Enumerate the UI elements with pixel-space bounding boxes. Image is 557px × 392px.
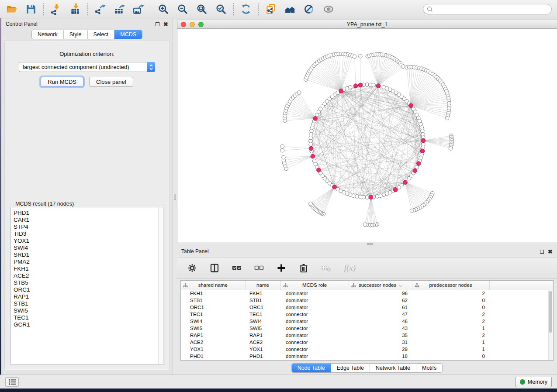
cell-successor-nodes[interactable]: 43: [349, 325, 412, 332]
deselect-all-button[interactable]: [253, 262, 265, 274]
zoom-fit-button[interactable]: [195, 3, 208, 16]
cell-name[interactable]: TEC1: [245, 311, 280, 318]
delete-columns-button[interactable]: [298, 262, 309, 274]
cell-name[interactable]: SWI4: [245, 318, 280, 325]
table-row[interactable]: SWI4SWI4dominator462: [181, 318, 553, 325]
hide-selected-button[interactable]: [303, 3, 316, 16]
table-row[interactable]: STB1STB1dominator620: [181, 297, 553, 304]
cell-successor-nodes[interactable]: 31: [349, 339, 412, 346]
import-network-button[interactable]: [49, 3, 62, 16]
mcds-result-item[interactable]: SWI4: [14, 244, 163, 251]
mcds-result-item[interactable]: PHD1: [14, 210, 163, 217]
cell-mcds-role[interactable]: dominator: [280, 318, 349, 325]
cell-mcds-role[interactable]: dominator: [280, 353, 349, 360]
cell-predecessor-nodes[interactable]: 2: [412, 332, 489, 339]
mcds-result-item[interactable]: SRD1: [14, 251, 163, 258]
cell-name[interactable]: FKH1: [245, 290, 280, 297]
cell-predecessor-nodes[interactable]: 1: [412, 346, 489, 353]
vertical-splitter[interactable]: [173, 18, 177, 375]
table-row[interactable]: YOX1YOX1connector291: [181, 346, 553, 353]
task-history-button[interactable]: [5, 377, 19, 387]
cell-shared-name[interactable]: RAP1: [181, 332, 245, 339]
close-panel-icon[interactable]: ✖: [163, 21, 168, 27]
cell-predecessor-nodes[interactable]: 0: [412, 297, 489, 304]
table-row[interactable]: RAP1RAP1dominator352: [181, 332, 553, 339]
open-file-button[interactable]: [5, 3, 18, 16]
mcds-result-item[interactable]: YOX1: [14, 237, 163, 244]
cell-shared-name[interactable]: SWI4: [181, 318, 245, 325]
import-table-button[interactable]: [69, 3, 82, 16]
optimization-criterion-select[interactable]: largest connected component (undirected): [19, 62, 155, 72]
cell-predecessor-nodes[interactable]: 1: [412, 325, 489, 332]
table-tab-node-table[interactable]: Node Table: [292, 364, 331, 372]
cell-successor-nodes[interactable]: 96: [349, 290, 412, 297]
mcds-result-item[interactable]: RAP1: [14, 293, 163, 300]
cell-shared-name[interactable]: TEC1: [181, 311, 245, 318]
mcds-result-item[interactable]: STB1: [14, 300, 163, 307]
table-tab-motifs[interactable]: Motifs: [416, 364, 442, 372]
memory-button[interactable]: Memory: [515, 377, 552, 387]
column-header-predecessor-nodes[interactable]: predecessor nodes: [412, 281, 489, 290]
cell-mcds-role[interactable]: dominator: [280, 297, 349, 304]
mcds-result-item[interactable]: STB5: [14, 279, 163, 286]
table-row[interactable]: TEC1TEC1connector472: [181, 311, 553, 318]
scrollbar-thumb[interactable]: [549, 291, 552, 333]
cell-predecessor-nodes[interactable]: 1: [412, 339, 489, 346]
cell-successor-nodes[interactable]: 46: [349, 318, 412, 325]
cell-predecessor-nodes[interactable]: 2: [412, 318, 489, 325]
cell-predecessor-nodes[interactable]: 0: [412, 353, 489, 360]
table-row[interactable]: ORC1ORC1dominator610: [181, 304, 553, 311]
cell-name[interactable]: ACE2: [245, 339, 280, 346]
mcds-result-item[interactable]: ACE2: [14, 272, 163, 279]
select-all-button[interactable]: [231, 262, 242, 274]
cell-shared-name[interactable]: ACE2: [181, 339, 245, 346]
tab-network[interactable]: Network: [32, 30, 64, 39]
cell-mcds-role[interactable]: dominator: [280, 304, 349, 311]
zoom-selected-button[interactable]: [214, 3, 228, 16]
column-header-name[interactable]: name: [245, 281, 280, 290]
cell-name[interactable]: SWI5: [245, 325, 280, 332]
float-panel-icon[interactable]: [156, 22, 159, 26]
table-row[interactable]: SWI5SWI5connector431: [181, 325, 553, 332]
cell-shared-name[interactable]: STB1: [181, 297, 245, 304]
cell-successor-nodes[interactable]: 62: [349, 297, 412, 304]
cell-successor-nodes[interactable]: 61: [349, 304, 412, 311]
tab-select[interactable]: Select: [88, 30, 115, 39]
column-header-shared-name[interactable]: shared name: [181, 281, 245, 290]
cell-shared-name[interactable]: ORC1: [181, 304, 245, 311]
cell-shared-name[interactable]: PHD1: [181, 353, 245, 360]
cell-name[interactable]: RAP1: [245, 332, 280, 339]
splitter-grip[interactable]: [174, 194, 176, 200]
add-column-button[interactable]: [276, 262, 287, 274]
run-mcds-button[interactable]: Run MCDS: [41, 77, 83, 87]
cell-shared-name[interactable]: YOX1: [181, 346, 245, 353]
float-panel-icon[interactable]: [540, 250, 544, 254]
mcds-list-scrollbar[interactable]: [158, 207, 163, 364]
close-panel-button[interactable]: Close panel: [89, 77, 133, 87]
table-scrollbar[interactable]: [548, 290, 553, 360]
mcds-result-item[interactable]: CAR1: [14, 217, 163, 224]
close-panel-icon[interactable]: ✖: [548, 249, 553, 254]
cell-name[interactable]: PHD1: [245, 353, 280, 360]
table-row[interactable]: ACE2ACE2connector311: [181, 339, 553, 346]
mcds-result-item[interactable]: PMA2: [14, 258, 163, 265]
search-input[interactable]: [423, 4, 552, 14]
refresh-layout-button[interactable]: [239, 3, 253, 16]
first-neighbors-button[interactable]: [284, 3, 297, 16]
new-network-from-selection-button[interactable]: [264, 3, 277, 16]
tab-mcds[interactable]: MCDS: [114, 30, 142, 39]
cell-name[interactable]: YOX1: [245, 346, 280, 353]
mcds-result-item[interactable]: SWI5: [14, 307, 163, 314]
cell-shared-name[interactable]: SWI5: [181, 325, 245, 332]
cell-mcds-role[interactable]: connector: [280, 346, 349, 353]
cell-successor-nodes[interactable]: 18: [349, 353, 412, 360]
cell-name[interactable]: ORC1: [245, 304, 280, 311]
cell-shared-name[interactable]: FKH1: [181, 290, 245, 297]
table-tab-edge-table[interactable]: Edge Table: [331, 364, 370, 372]
table-settings-button[interactable]: [187, 262, 198, 274]
tab-style[interactable]: Style: [64, 30, 88, 39]
horizontal-splitter[interactable]: [177, 242, 557, 246]
column-header-MCDS-role[interactable]: MCDS role: [280, 281, 349, 290]
cell-name[interactable]: STB1: [245, 297, 280, 304]
network-canvas[interactable]: [177, 29, 557, 242]
